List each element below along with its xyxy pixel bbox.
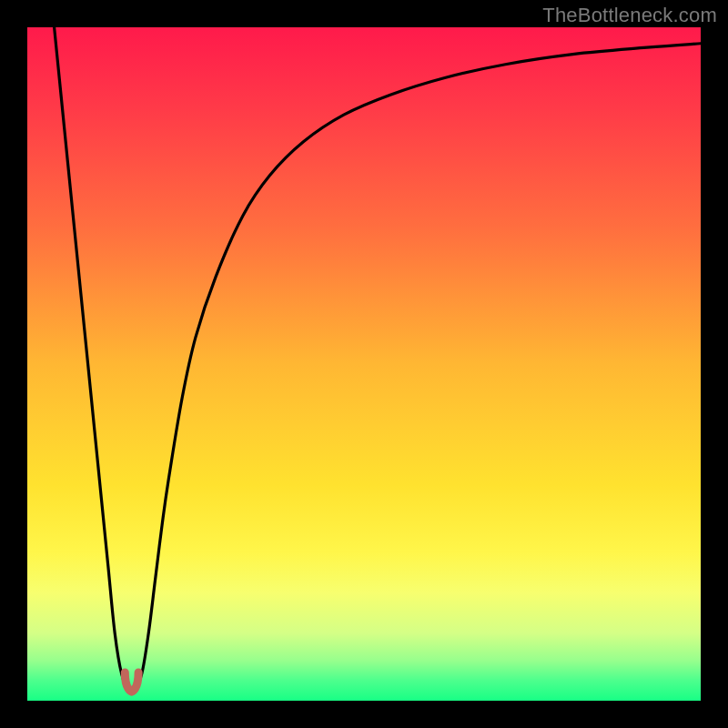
watermark-text: TheBottleneck.com xyxy=(542,4,717,27)
bottleneck-chart xyxy=(27,27,701,701)
plot-area xyxy=(27,27,701,701)
chart-frame: TheBottleneck.com xyxy=(0,0,728,728)
gradient-background xyxy=(27,27,701,701)
